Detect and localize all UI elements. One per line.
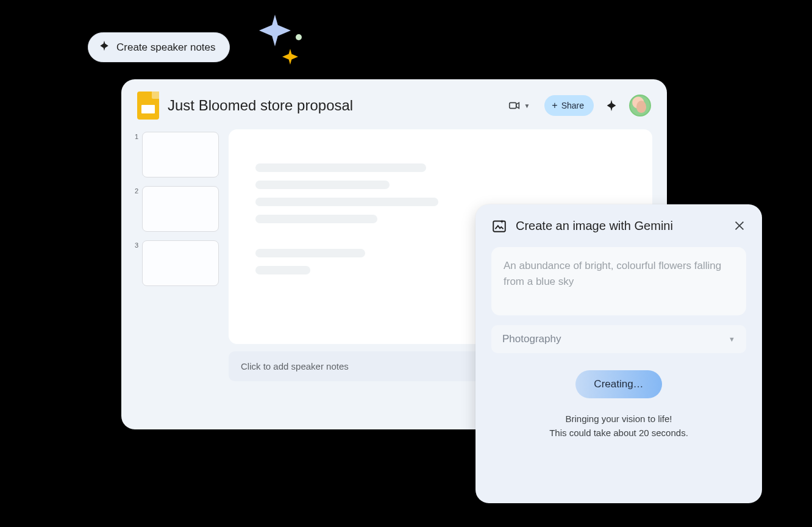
status-line-2: This could take about 20 seconds. (491, 426, 746, 440)
slide-thumbnail[interactable] (142, 240, 219, 286)
header-actions: ▼ + Share (503, 95, 651, 117)
placeholder-line (255, 249, 365, 257)
speaker-notes-placeholder: Click to add speaker notes (241, 361, 349, 371)
share-label: Share (561, 101, 584, 110)
sparkle-icon (605, 99, 618, 112)
sparkle-icon (98, 40, 110, 55)
suggestion-label: Create speaker notes (116, 41, 216, 54)
svg-rect-1 (493, 221, 505, 231)
document-title[interactable]: Just Bloomed store proposal (168, 97, 494, 114)
status-line-1: Bringing your vision to life! (491, 412, 746, 426)
decorative-sparkles (253, 11, 314, 72)
video-call-button[interactable]: ▼ (503, 95, 535, 116)
slides-logo-icon (137, 91, 159, 120)
share-button[interactable]: + Share (544, 95, 594, 116)
thumbnail-row: 1 (132, 132, 219, 177)
placeholder-line (255, 163, 426, 172)
placeholder-line (255, 266, 310, 274)
chevron-down-icon: ▼ (728, 335, 735, 343)
prompt-text: An abundance of bright, colourful flower… (504, 260, 721, 287)
image-prompt-input[interactable]: An abundance of bright, colourful flower… (491, 247, 746, 315)
gemini-panel-title: Create an image with Gemini (516, 219, 724, 233)
creating-label: Creating… (594, 378, 643, 390)
creating-button[interactable]: Creating… (575, 370, 661, 398)
slide-thumbnail[interactable] (142, 186, 219, 232)
image-style-select[interactable]: Photography ▼ (491, 325, 746, 353)
gemini-launcher-button[interactable] (604, 98, 619, 113)
close-icon (733, 219, 746, 232)
thumbnail-row: 3 (132, 240, 219, 286)
generation-status: Bringing your vision to life! This could… (491, 412, 746, 440)
thumbnail-index: 1 (132, 132, 138, 140)
placeholder-line (255, 215, 377, 223)
video-icon (508, 99, 521, 112)
thumbnail-index: 3 (132, 240, 138, 249)
thumbnail-row: 2 (132, 186, 219, 232)
slide-thumbnail[interactable] (142, 132, 219, 177)
thumbnail-strip: 1 2 3 (132, 129, 219, 381)
placeholder-line (255, 198, 438, 206)
caret-down-icon: ▼ (524, 102, 530, 109)
gemini-panel-header: Create an image with Gemini (491, 218, 746, 234)
thumbnail-index: 2 (132, 186, 138, 195)
image-generate-icon (491, 218, 507, 234)
plus-icon: + (552, 100, 557, 111)
style-selected-value: Photography (502, 333, 561, 345)
user-avatar[interactable] (629, 95, 651, 117)
placeholder-line (255, 181, 390, 189)
close-button[interactable] (733, 219, 746, 232)
suggestion-pill[interactable]: Create speaker notes (88, 32, 230, 62)
header: Just Bloomed store proposal ▼ + Share (121, 79, 667, 129)
gemini-image-panel: Create an image with Gemini An abundance… (475, 204, 762, 503)
svg-rect-0 (510, 102, 516, 108)
